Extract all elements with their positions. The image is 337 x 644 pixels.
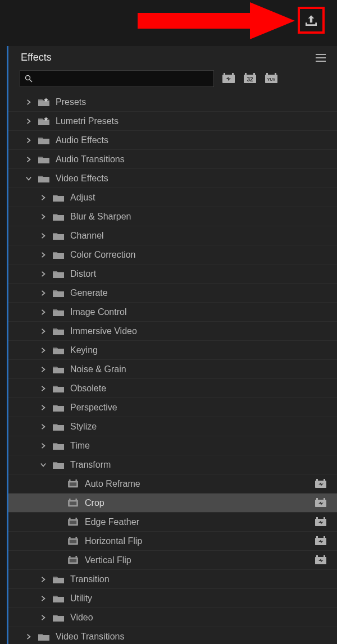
- folder-icon: [52, 212, 65, 221]
- chevron-right-icon[interactable]: [40, 252, 47, 258]
- tree-item[interactable]: Edge Feather: [8, 513, 337, 532]
- effects-panel: Effects PresetsLumetri PresetsAudio Effe…: [7, 46, 337, 644]
- chevron-right-icon[interactable]: [25, 118, 32, 125]
- folder-icon: [38, 632, 50, 641]
- tree-item-label: Video Transitions: [56, 632, 124, 642]
- tree-item[interactable]: Obsolete: [8, 379, 337, 398]
- tree-item[interactable]: Transform: [8, 455, 337, 474]
- tree-item[interactable]: Video Effects: [8, 169, 337, 188]
- tree-item[interactable]: Audio Effects: [8, 131, 337, 150]
- chevron-right-icon[interactable]: [40, 442, 47, 449]
- filter-32bit-icon[interactable]: [243, 72, 257, 85]
- chevron-right-icon[interactable]: [40, 271, 47, 277]
- chevron-right-icon[interactable]: [40, 423, 47, 430]
- chevron-right-icon[interactable]: [25, 99, 32, 106]
- chevron-right-icon[interactable]: [40, 404, 47, 411]
- search-row: [8, 68, 337, 90]
- tree-item[interactable]: Time: [8, 436, 337, 455]
- tree-item-label: Utility: [70, 593, 92, 604]
- tree-item[interactable]: Generate: [8, 284, 337, 303]
- tree-item-label: Perspective: [70, 403, 117, 413]
- folder-icon: [38, 174, 50, 183]
- folder-icon: [52, 384, 65, 393]
- tree-item[interactable]: Adjust: [8, 188, 337, 207]
- chevron-right-icon[interactable]: [40, 385, 47, 392]
- tree-item[interactable]: Blur & Sharpen: [8, 207, 337, 226]
- search-input[interactable]: [36, 74, 209, 83]
- chevron-right-icon[interactable]: [40, 366, 47, 373]
- folder-icon: [52, 193, 65, 202]
- tree-item-label: Adjust: [70, 193, 95, 203]
- chevron-right-icon[interactable]: [25, 156, 32, 163]
- tree-item[interactable]: Image Control: [8, 303, 337, 322]
- tree-item-label: Time: [70, 441, 90, 451]
- tree-item[interactable]: Transition: [8, 570, 337, 589]
- folder-icon: [38, 155, 50, 164]
- chevron-right-icon[interactable]: [40, 213, 47, 220]
- tree-item-label: Presets: [56, 97, 86, 107]
- folder-icon: [52, 575, 65, 584]
- tree-item[interactable]: Stylize: [8, 417, 337, 436]
- accelerated-badge-icon: [315, 517, 327, 527]
- chevron-right-icon[interactable]: [40, 309, 47, 316]
- folder-icon: [52, 308, 65, 317]
- chevron-down-icon[interactable]: [40, 462, 47, 468]
- tree-item[interactable]: Video Transitions: [8, 627, 337, 644]
- chevron-right-icon[interactable]: [40, 328, 47, 335]
- folder-icon: [52, 250, 65, 259]
- chevron-right-icon[interactable]: [40, 614, 47, 621]
- tree-item-label: Vertical Flip: [85, 555, 131, 565]
- tree-item[interactable]: Video: [8, 608, 337, 627]
- svg-rect-20: [138, 13, 250, 29]
- folder-icon: [38, 136, 50, 145]
- filter-icons: [222, 72, 278, 85]
- panel-header: Effects: [8, 46, 337, 68]
- tree-item[interactable]: Crop: [8, 494, 337, 513]
- chevron-right-icon[interactable]: [25, 137, 32, 144]
- tree-item-label: Immersive Video: [70, 326, 137, 336]
- tree-item[interactable]: Distort: [8, 264, 337, 284]
- tree-item-label: Horizontal Flip: [85, 536, 142, 546]
- folder-icon: [52, 346, 65, 355]
- chevron-right-icon[interactable]: [40, 595, 47, 602]
- tree-item[interactable]: Noise & Grain: [8, 360, 337, 379]
- filter-yuv-icon[interactable]: [265, 72, 278, 85]
- filter-accelerated-icon[interactable]: [222, 72, 235, 85]
- tree-item-label: Obsolete: [70, 383, 106, 394]
- folder-icon: [52, 365, 65, 374]
- tree-item[interactable]: Horizontal Flip: [8, 532, 337, 551]
- tree-item[interactable]: Channel: [8, 226, 337, 245]
- tree-item[interactable]: Color Correction: [8, 245, 337, 264]
- tree-item-label: Color Correction: [70, 250, 135, 260]
- chevron-down-icon[interactable]: [25, 175, 32, 182]
- effect-icon: [67, 518, 79, 527]
- tree-item[interactable]: Keying: [8, 341, 337, 360]
- tree-item[interactable]: Vertical Flip: [8, 551, 337, 570]
- tree-item-label: Noise & Grain: [70, 364, 126, 374]
- tree-item[interactable]: Utility: [8, 589, 337, 608]
- export-button-highlight: [298, 7, 325, 34]
- chevron-right-icon[interactable]: [40, 232, 47, 239]
- tree-item[interactable]: Perspective: [8, 398, 337, 417]
- panel-menu-button[interactable]: [316, 54, 326, 62]
- folder-icon: [52, 231, 65, 240]
- tree-item[interactable]: Auto Reframe: [8, 474, 337, 494]
- chevron-right-icon[interactable]: [25, 633, 32, 640]
- tree-item[interactable]: Presets: [8, 93, 337, 112]
- chevron-right-icon[interactable]: [40, 194, 47, 201]
- tree-item[interactable]: Audio Transitions: [8, 150, 337, 169]
- chevron-right-icon[interactable]: [40, 347, 47, 354]
- tree-item[interactable]: Immersive Video: [8, 322, 337, 341]
- tree-item-label: Keying: [70, 345, 98, 355]
- search-box[interactable]: [20, 70, 214, 87]
- folder-icon: [52, 594, 65, 603]
- chevron-right-icon[interactable]: [40, 576, 47, 583]
- folder-star-icon: [38, 117, 50, 126]
- tree-item-label: Stylize: [70, 422, 97, 432]
- tree-item-label: Generate: [70, 288, 108, 298]
- tree-item[interactable]: Lumetri Presets: [8, 112, 337, 131]
- export-icon[interactable]: [304, 13, 318, 28]
- chevron-right-icon[interactable]: [40, 290, 47, 296]
- svg-marker-21: [250, 2, 295, 39]
- tree-item-label: Transition: [70, 574, 110, 584]
